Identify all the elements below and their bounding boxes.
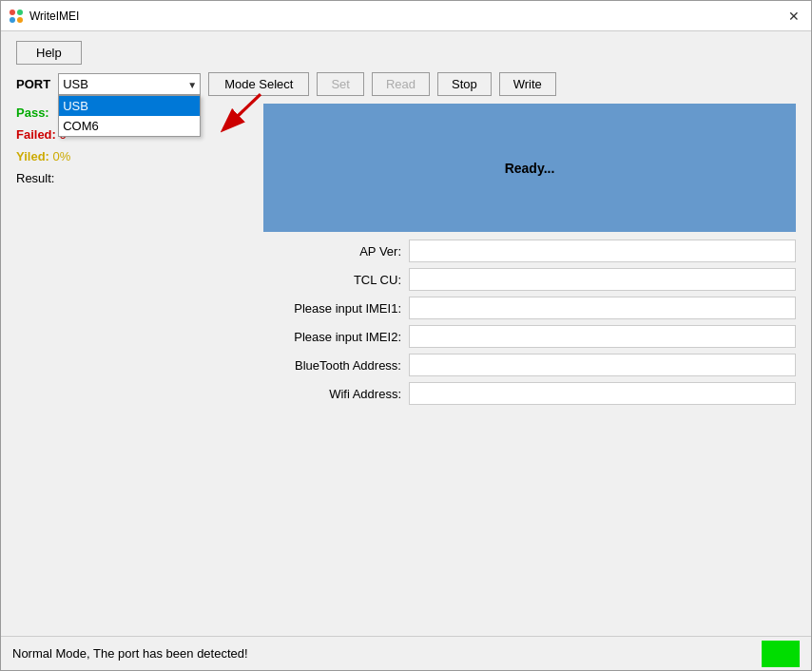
svg-point-2	[10, 17, 15, 23]
svg-point-0	[10, 10, 15, 15]
wifi-input[interactable]	[409, 382, 796, 405]
pass-label: Pass:	[16, 105, 49, 120]
tcl-cu-input[interactable]	[409, 268, 796, 291]
help-button[interactable]: Help	[16, 41, 82, 65]
bluetooth-row: BlueTooth Address:	[263, 354, 796, 376]
bluetooth-input[interactable]	[409, 354, 796, 376]
read-button[interactable]: Read	[372, 72, 430, 96]
window-title: WriteIMEI	[29, 10, 79, 23]
port-label: PORT	[16, 77, 50, 91]
status-bar-text: Normal Mode, The port has been detected!	[12, 646, 248, 661]
yield-status: Yiled: 0%	[16, 147, 254, 165]
output-box: Ready...	[263, 104, 796, 232]
bluetooth-label: BlueTooth Address:	[263, 358, 401, 373]
wifi-row: Wifi Address:	[263, 382, 796, 405]
tcl-cu-label: TCL CU:	[263, 273, 401, 287]
imei2-row: Please input IMEI2:	[263, 325, 796, 348]
mode-select-button[interactable]: Mode Select	[208, 72, 309, 96]
imei1-input[interactable]	[409, 297, 796, 319]
output-text: Ready...	[505, 161, 555, 176]
svg-point-3	[17, 17, 23, 23]
imei2-label: Please input IMEI2:	[263, 330, 401, 344]
dropdown-option-usb[interactable]: USB	[59, 96, 200, 116]
toolbar-row: Help	[16, 41, 796, 65]
main-window: WriteIMEI ✕ Help PORT USB COM6 ▼ USB COM…	[0, 0, 812, 671]
right-panel: Ready... AP Ver: TCL CU: Please input IM…	[263, 104, 796, 626]
failed-label: Failed:	[16, 127, 56, 142]
fields-area: AP Ver: TCL CU: Please input IMEI1: Plea…	[263, 240, 796, 405]
title-bar: WriteIMEI ✕	[1, 1, 811, 31]
ap-ver-row: AP Ver:	[263, 240, 796, 262]
port-row: PORT USB COM6 ▼ USB COM6	[16, 72, 796, 96]
svg-point-1	[17, 10, 23, 15]
tcl-cu-row: TCL CU:	[263, 268, 796, 291]
ap-ver-input[interactable]	[409, 240, 796, 262]
left-panel: Pass: Failed: 0 Yiled: 0% Result:	[16, 104, 254, 626]
result-status: Result:	[16, 169, 254, 187]
imei1-row: Please input IMEI1:	[263, 297, 796, 319]
app-icon	[9, 9, 24, 24]
result-label: Result:	[16, 171, 54, 185]
write-button[interactable]: Write	[499, 72, 556, 96]
main-area: Pass: Failed: 0 Yiled: 0% Result:	[16, 104, 796, 626]
port-select[interactable]: USB COM6	[58, 73, 201, 95]
port-select-wrapper: USB COM6 ▼ USB COM6	[58, 73, 201, 95]
close-button[interactable]: ✕	[784, 7, 803, 26]
dropdown-option-com6[interactable]: COM6	[59, 116, 200, 136]
green-indicator	[762, 641, 800, 667]
stop-button[interactable]: Stop	[437, 72, 492, 96]
yield-label: Yiled:	[16, 149, 49, 163]
set-button[interactable]: Set	[317, 72, 364, 96]
imei2-input[interactable]	[409, 325, 796, 348]
content-area: Help PORT USB COM6 ▼ USB COM6	[1, 31, 811, 636]
wifi-label: Wifi Address:	[263, 387, 401, 401]
title-bar-left: WriteIMEI	[9, 9, 79, 24]
yield-value: 0%	[53, 149, 71, 163]
status-bar: Normal Mode, The port has been detected!	[1, 636, 811, 670]
imei1-label: Please input IMEI1:	[263, 301, 401, 316]
ap-ver-label: AP Ver:	[263, 244, 401, 259]
port-dropdown[interactable]: USB COM6	[58, 95, 201, 137]
